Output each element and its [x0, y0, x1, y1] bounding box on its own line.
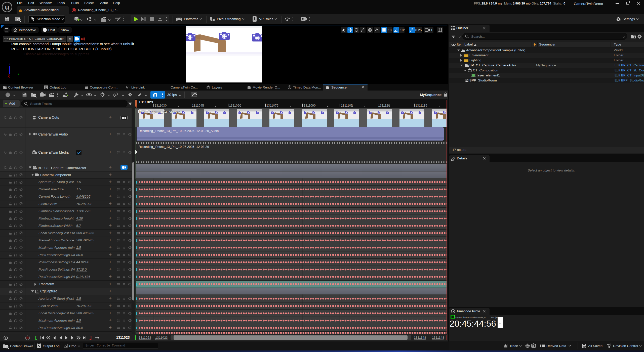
- svg-text:u: u: [5, 3, 9, 11]
- svg-text:Y: Y: [18, 72, 20, 76]
- svg-text:©: ©: [289, 86, 291, 89]
- svg-text:Z: Z: [9, 63, 10, 66]
- svg-text:X: X: [8, 75, 10, 78]
